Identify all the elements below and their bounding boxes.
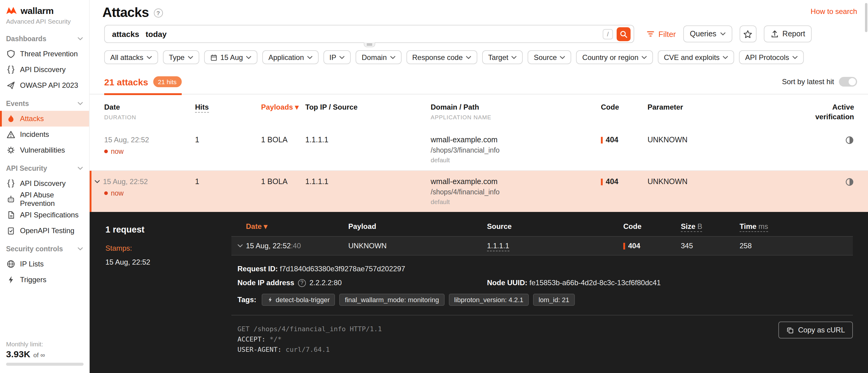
sidebar-section-security-controls[interactable]: Security controls — [0, 242, 89, 256]
tag-detect-bola-trigger: detect-bola-trigger — [262, 294, 335, 306]
sidebar-item-label: OpenAPI Testing — [20, 226, 74, 235]
filter-chip-ip[interactable]: IP — [323, 50, 351, 64]
sidebar-item-incidents[interactable]: Incidents — [0, 127, 89, 142]
request-row[interactable]: 15 Aug, 22:52:40 UNKNOWN 1.1.1.1 404 345… — [231, 237, 853, 255]
calendar-icon — [210, 54, 217, 61]
req-col-code: Code — [623, 222, 681, 231]
toggle-knob — [848, 78, 856, 85]
report-button[interactable]: Report — [764, 25, 812, 42]
collapse-chevron-icon[interactable] — [94, 180, 103, 184]
monthly-limit-value: 3.93K — [6, 349, 30, 359]
sidebar-item-attacks[interactable]: Attacks — [0, 111, 89, 127]
chevron-down-icon — [78, 37, 83, 40]
sort-toggle[interactable] — [839, 77, 857, 87]
sidebar-item-ip-lists[interactable]: IP Lists — [0, 256, 89, 272]
filter-chip-application[interactable]: Application — [262, 50, 318, 64]
sidebar-section-dashboards[interactable]: Dashboards — [0, 31, 89, 46]
code-severity-bar — [601, 178, 603, 185]
info-icon[interactable]: ? — [298, 279, 306, 287]
braces-icon — [6, 65, 16, 74]
request-count: 1 request — [105, 225, 231, 234]
expand-chevron-icon[interactable] — [238, 244, 246, 248]
help-icon[interactable]: ? — [154, 8, 163, 18]
how-to-search-link[interactable]: How to search — [811, 7, 857, 16]
filter-chip-api-protocols[interactable]: API Protocols — [739, 50, 804, 64]
col-code: Code — [601, 103, 648, 112]
chip-label: Type — [169, 53, 184, 61]
filter-button[interactable]: Filter — [646, 29, 676, 38]
star-icon — [743, 29, 752, 38]
search-input[interactable] — [112, 29, 603, 38]
sidebar-item-label: Vulnerabilities — [20, 146, 65, 154]
section-label: API Security — [6, 165, 47, 172]
hits-badge: 21 hits — [153, 76, 181, 87]
col-parameter: Parameter — [648, 103, 800, 112]
report-icon — [770, 30, 779, 38]
section-label: Dashboards — [6, 35, 46, 42]
row-application: default — [431, 198, 601, 205]
row-code: 404 — [606, 136, 618, 144]
sidebar-item-api-discovery[interactable]: API Discovery — [0, 62, 89, 77]
request-code: 404 — [628, 242, 640, 250]
app-window: wallarm Advanced API Security Dashboards… — [0, 0, 868, 373]
filter-chip-date[interactable]: 15 Aug — [204, 50, 257, 64]
search-button[interactable] — [617, 27, 630, 41]
sidebar-item-vulnerabilities[interactable]: Vulnerabilities — [0, 142, 89, 158]
filter-chip-cve[interactable]: CVE and exploits — [658, 50, 734, 64]
queries-label: Queries — [690, 30, 717, 38]
verification-icon[interactable] — [845, 178, 854, 187]
filter-chip-country[interactable]: Country or region — [576, 50, 653, 64]
sidebar-item-openapi-testing[interactable]: OpenAPI Testing — [0, 223, 89, 239]
request-size: 345 — [681, 242, 740, 250]
filter-chip-all-attacks[interactable]: All attacks — [104, 50, 158, 64]
sort-desc-icon: ▾ — [264, 222, 268, 231]
sidebar-item-owasp-api-2023[interactable]: OWASP API 2023 — [0, 77, 89, 93]
queries-dropdown[interactable]: Queries — [683, 25, 732, 42]
req-col-source: Source — [487, 222, 623, 231]
sidebar-item-api-abuse-prevention[interactable]: API Abuse Prevention — [0, 191, 89, 207]
request-id-value: f7d1840d63380e3f9278ae757d202297 — [280, 265, 405, 273]
sidebar-item-threat-prevention[interactable]: Threat Prevention — [0, 46, 89, 62]
chevron-down-icon — [720, 32, 725, 36]
sort-desc-icon: ▾ — [295, 103, 299, 112]
filter-chip-domain[interactable]: Domain — [355, 50, 401, 64]
col-payloads[interactable]: Payloads ▾ — [261, 103, 305, 112]
filter-chip-response-code[interactable]: Response code — [406, 50, 477, 64]
chevron-down-icon — [723, 55, 728, 59]
sidebar-item-label: Incidents — [20, 130, 49, 139]
req-col-date[interactable]: Date ▾ — [238, 222, 348, 231]
request-time: 258 — [740, 242, 853, 250]
attack-row-1[interactable]: 15 Aug, 22:52 now 1 1 BOLA 1.1.1.1 wmall… — [90, 129, 868, 171]
col-hits[interactable]: Hits — [195, 103, 261, 112]
req-col-size[interactable]: Size B — [681, 222, 740, 231]
attacks-table-header: Date DURATION Hits Payloads ▾ Top IP / S… — [90, 94, 868, 129]
sidebar-item-api-discovery-2[interactable]: API Discovery — [0, 176, 89, 191]
attack-count-label: 21 attacks — [104, 76, 148, 87]
tags-label: Tags: — [238, 296, 256, 304]
chip-label: Source — [534, 53, 557, 61]
col-date: Date DURATION — [104, 103, 195, 121]
request-source-link[interactable]: 1.1.1.1 — [487, 242, 509, 251]
main-content: Attacks ? How to search / Filter Queries — [90, 0, 868, 373]
attack-row-2-expanded[interactable]: 15 Aug, 22:52 now 1 1 BOLA 1.1.1.1 wmall… — [90, 171, 868, 212]
node-ip-line: Node IP address ? 2.2.2.2:80 — [238, 279, 487, 287]
req-col-time[interactable]: Time ms — [740, 222, 853, 231]
chevron-down-icon — [466, 55, 471, 59]
favorite-button[interactable] — [739, 25, 756, 42]
filter-chip-source[interactable]: Source — [528, 50, 571, 64]
search-expand-handle[interactable] — [364, 42, 375, 47]
request-payload: UNKNOWN — [348, 242, 487, 250]
tag-final-wallarm-mode: final_wallarm_mode: monitoring — [340, 294, 444, 306]
filter-chip-target[interactable]: Target — [482, 50, 523, 64]
sidebar-section-events[interactable]: Events — [0, 96, 89, 111]
copy-as-curl-button[interactable]: Copy as cURL — [778, 321, 853, 339]
sidebar-item-triggers[interactable]: Triggers — [0, 272, 89, 288]
verification-icon[interactable] — [845, 136, 854, 145]
search-icon — [620, 30, 627, 38]
sidebar-item-api-specifications[interactable]: API Specifications — [0, 207, 89, 223]
scrollbar-thumb[interactable] — [865, 3, 867, 32]
sidebar-section-api-security[interactable]: API Security — [0, 161, 89, 176]
filter-chip-type[interactable]: Type — [163, 50, 199, 64]
monthly-limit: Monthly limit: 3.93K of ∞ — [6, 340, 84, 366]
chevron-down-icon — [560, 55, 565, 59]
